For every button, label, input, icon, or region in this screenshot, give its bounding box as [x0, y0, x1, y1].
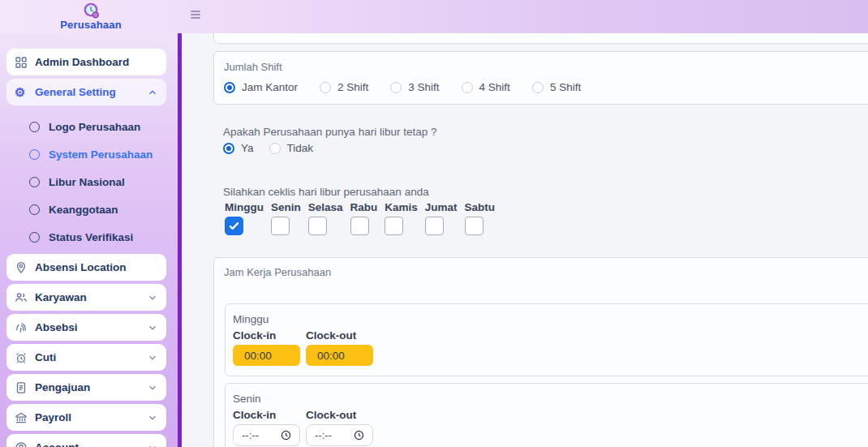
day-checkbox[interactable]	[350, 217, 369, 235]
day-label: Sabtu	[465, 201, 496, 213]
day-label: Minggu	[225, 201, 264, 213]
gear-icon: ⚙	[15, 86, 28, 98]
sidebar-subitem-status-verifikasi[interactable]: Status Verifikasi	[6, 223, 166, 251]
sidebar-item-label: Account	[35, 441, 79, 447]
radio-label: Ya	[241, 142, 254, 154]
company-logo-icon	[82, 2, 101, 20]
radio-option-ya[interactable]: Ya	[223, 142, 254, 154]
radio-option-jam-kantor[interactable]: Jam Kantor	[224, 81, 298, 93]
sidebar-item-account[interactable]: Account	[6, 434, 166, 447]
sidebar-item-absensi-location[interactable]: Absensi Location	[6, 254, 166, 281]
location-pin-icon	[15, 261, 28, 274]
radio-label: Jam Kantor	[242, 81, 298, 93]
day-checkbox[interactable]	[308, 217, 327, 235]
day-checkbox[interactable]	[271, 217, 290, 235]
radio-option-5-shift[interactable]: 5 Shift	[532, 81, 581, 93]
sidebar-item-cuti[interactable]: Cuti	[6, 344, 166, 371]
sidebar-item-karyawan[interactable]: Karyawan	[6, 284, 166, 311]
holiday-days-label: Silahkan ceklis hari libur perusahaan an…	[223, 186, 429, 198]
clock-icon[interactable]	[281, 430, 291, 441]
work-hours-card: Jam Kerja Perusahaan Minggu Clock-in 00:…	[213, 257, 868, 447]
grid-icon	[15, 56, 28, 69]
radio-button[interactable]	[532, 82, 544, 93]
main-content: Jumlah Shift Jam Kantor 2 Shift 3 Shift	[182, 33, 868, 447]
day-checkbox[interactable]	[425, 217, 444, 235]
day-column-rabu: Rabu	[350, 201, 378, 235]
sidebar-subitem-label: Libur Nasional	[49, 176, 125, 188]
sidebar-item-admin-dashboard[interactable]: Admin Dashboard	[6, 49, 166, 75]
clock-icon[interactable]	[354, 430, 364, 441]
work-hours-row-senin: Senin Clock-in --:-- Clock-out	[225, 383, 868, 447]
sidebar-item-label: Pengajuan	[35, 381, 90, 393]
sidebar-subitem-label: System Perusahaan	[49, 148, 153, 161]
sidebar-subitem-label: Logo Perusahaan	[49, 121, 140, 133]
checkmark-icon	[228, 220, 240, 232]
clock-in-field-minggu[interactable]: 00:00	[233, 345, 300, 366]
day-checkbox[interactable]	[465, 217, 483, 235]
radio-option-3-shift[interactable]: 3 Shift	[390, 81, 439, 93]
radio-button[interactable]	[269, 143, 281, 154]
sidebar-item-label: Absensi Location	[35, 261, 127, 273]
radio-button[interactable]	[320, 82, 331, 93]
sidebar-item-absebsi[interactable]: Absebsi	[6, 314, 166, 341]
radio-label: Tidak	[287, 142, 314, 154]
circle-bullet-icon	[29, 177, 40, 187]
sidebar-subitem-label: Keanggotaan	[49, 204, 118, 216]
holiday-days-row: Minggu Senin Selasa Rabu	[225, 201, 495, 235]
sidebar: Admin Dashboard ⚙ General Setting Logo P…	[0, 33, 182, 447]
radio-button[interactable]	[390, 82, 402, 93]
radio-label: 5 Shift	[550, 81, 581, 93]
day-column-senin: Senin	[271, 201, 301, 235]
radio-label: 4 Shift	[479, 81, 510, 93]
clock-out-label: Clock-out	[306, 329, 373, 342]
sidebar-subitem-keanggotaan[interactable]: Keanggotaan	[6, 196, 166, 223]
radio-button[interactable]	[462, 82, 473, 93]
circle-bullet-icon	[29, 204, 40, 215]
radio-label: 3 Shift	[408, 81, 439, 93]
circle-bullet-icon	[29, 149, 40, 160]
sidebar-menu: Admin Dashboard ⚙ General Setting Logo P…	[0, 33, 182, 447]
clock-out-field-minggu[interactable]: 00:00	[306, 345, 373, 366]
radio-option-2-shift[interactable]: 2 Shift	[320, 81, 368, 93]
sidebar-item-payroll[interactable]: Payroll	[6, 404, 166, 431]
day-label: Kamis	[385, 201, 418, 213]
sidebar-subitem-label: Status Verifikasi	[49, 231, 133, 243]
radio-button[interactable]	[224, 82, 235, 93]
bank-icon	[15, 411, 28, 424]
users-icon	[15, 291, 28, 304]
circle-bullet-icon	[29, 232, 40, 243]
work-day-name: Senin	[233, 393, 867, 405]
day-label: Selasa	[308, 201, 343, 213]
radio-label: 2 Shift	[337, 81, 368, 93]
sidebar-subitem-system-perusahaan[interactable]: System Perusahaan	[6, 140, 166, 168]
brand[interactable]: Perusahaan	[0, 0, 182, 31]
app-window: Perusahaan Admin Dashboard ⚙ General Set…	[0, 0, 868, 447]
clock-out-field-senin[interactable]: --:--	[306, 424, 373, 446]
sidebar-item-general-setting[interactable]: ⚙ General Setting	[6, 79, 166, 105]
document-icon	[15, 381, 28, 394]
previous-card-partial	[213, 33, 868, 44]
day-checkbox[interactable]	[385, 217, 403, 235]
holiday-question-label: Apakah Perusahaan punya hari libur tetap…	[223, 126, 436, 138]
radio-button[interactable]	[223, 143, 234, 154]
sidebar-submenu-general-setting: Logo Perusahaan System Perusahaan Libur …	[6, 109, 166, 254]
day-column-selasa: Selasa	[308, 201, 343, 235]
sidebar-subitem-libur-nasional[interactable]: Libur Nasional	[6, 168, 166, 196]
holiday-question-options: Ya Tidak	[223, 142, 335, 154]
day-label: Jumat	[425, 201, 458, 213]
radio-option-tidak[interactable]: Tidak	[269, 142, 314, 154]
alarm-clock-icon	[15, 351, 28, 364]
day-checkbox[interactable]	[225, 217, 243, 235]
sidebar-item-pengajuan[interactable]: Pengajuan	[6, 374, 166, 401]
sidebar-subitem-logo-perusahaan[interactable]: Logo Perusahaan	[6, 113, 166, 140]
radio-option-4-shift[interactable]: 4 Shift	[462, 81, 510, 93]
menu-toggle-icon[interactable]	[191, 11, 200, 19]
chevron-down-icon	[147, 382, 158, 393]
chevron-down-icon	[147, 322, 158, 333]
day-column-minggu: Minggu	[225, 201, 264, 235]
clock-in-field-senin[interactable]: --:--	[233, 424, 300, 446]
chevron-up-icon	[147, 87, 158, 98]
chevron-down-icon	[147, 412, 158, 423]
day-column-jumat: Jumat	[425, 201, 458, 235]
time-placeholder: --:--	[315, 429, 332, 441]
